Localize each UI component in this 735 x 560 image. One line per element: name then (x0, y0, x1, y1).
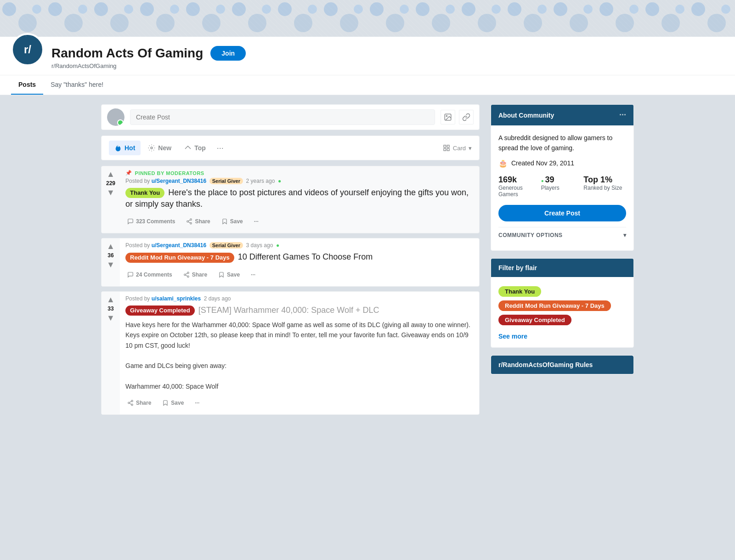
post-body-text-3: Have keys here for the Warhammer 40,000:… (125, 320, 474, 351)
svg-point-1 (446, 115, 447, 116)
comments-action-1[interactable]: 323 Comments (125, 215, 177, 227)
pin-icon: 📌 (125, 170, 132, 176)
about-community-header: About Community ··· (491, 105, 633, 125)
post-author-2[interactable]: u/Sergeant_DN38416 (152, 242, 206, 249)
upvote-2[interactable]: ▲ (107, 242, 115, 250)
save-action-3[interactable]: Save (160, 397, 186, 409)
downvote-2[interactable]: ▼ (107, 260, 115, 269)
post-time-2: 3 days ago (246, 242, 273, 249)
downvote-1[interactable]: ▼ (107, 188, 115, 197)
post-content-1: 📌 PINNED BY MODERATORS Posted by u/Serge… (120, 166, 479, 233)
save-action-2[interactable]: Save (216, 269, 242, 281)
post-actions-3: Share Save ··· (125, 395, 474, 411)
link-icon[interactable] (459, 110, 474, 124)
stats-row: 169k Generous Gamers ● 39 Players Top 1%… (498, 175, 626, 198)
save-action-1[interactable]: Save (220, 215, 245, 227)
post-meta-1: Posted by u/Sergeant_DN38416 Serial Give… (125, 178, 474, 184)
svg-point-19 (131, 404, 133, 406)
post-title-3[interactable]: Giveaway Completed[STEAM] Warhammer 40,0… (125, 305, 474, 316)
svg-point-2 (151, 147, 153, 149)
stat-online-label: Players (541, 185, 584, 191)
sort-new[interactable]: New (142, 141, 177, 155)
left-col: Hot New Top ··· Card ▾ ▲ 229 ▼ (101, 104, 480, 419)
online-count: 39 (545, 175, 554, 184)
stat-members-label: Generous Gamers (498, 185, 541, 198)
svg-point-8 (187, 221, 189, 223)
svg-point-18 (128, 402, 130, 404)
share-action-1[interactable]: Share (184, 215, 212, 227)
svg-line-21 (130, 402, 131, 402)
about-community-body: A subreddit designed to allow gamers to … (491, 125, 633, 250)
online-indicator: ● (541, 178, 545, 183)
see-more-flairs[interactable]: See more (498, 333, 626, 340)
create-post-icons (441, 110, 474, 124)
community-options-toggle[interactable]: COMMUNITY OPTIONS ▾ (498, 227, 626, 243)
main-layout: Hot New Top ··· Card ▾ ▲ 229 ▼ (92, 104, 643, 419)
post-author-3[interactable]: u/salami_sprinkles (152, 295, 201, 302)
upvote-3[interactable]: ▲ (107, 295, 115, 304)
more-action-1[interactable]: ··· (252, 215, 260, 227)
downvote-3[interactable]: ▼ (107, 314, 115, 322)
upvote-1[interactable]: ▲ (107, 170, 115, 178)
vote-col-2: ▲ 36 ▼ (102, 238, 120, 286)
online-dot-2: ● (276, 242, 279, 249)
post-title-text-3: [STEAM] Warhammer 40,000: Space Wolf + D… (198, 305, 379, 315)
post-time-1: 2 years ago (246, 178, 275, 184)
create-post-input[interactable] (130, 109, 435, 125)
share-action-2[interactable]: Share (181, 269, 209, 281)
flair-filter-giveaway[interactable]: Reddit Mod Run Giveaway - 7 Days (498, 300, 611, 311)
save-label-2: Save (227, 272, 240, 278)
community-name: Random Acts Of Gaming (51, 46, 203, 61)
comment-count-2: 24 Comments (136, 272, 172, 278)
post-content-3: Posted by u/salami_sprinkles 2 days ago … (120, 292, 479, 415)
post-author-1[interactable]: u/Sergeant_DN38416 (152, 178, 206, 184)
chevron-down-icon-options: ▾ (623, 232, 627, 238)
post-body-3: Have keys here for the Warhammer 40,000:… (125, 320, 474, 392)
post-flair-1[interactable]: Thank You (125, 188, 164, 198)
save-label-3: Save (171, 400, 184, 406)
post-flair-2[interactable]: Reddit Mod Run Giveaway - 7 Days (125, 253, 234, 263)
post-actions-2: 24 Comments Share Save ··· (125, 267, 474, 283)
author-flair-1: Serial Giver (209, 178, 243, 184)
svg-line-15 (186, 275, 187, 276)
cake-icon: 🎂 (498, 159, 508, 168)
image-icon[interactable] (441, 110, 455, 124)
about-more-icon[interactable]: ··· (619, 110, 626, 120)
post-actions-1: 323 Comments Share Save ··· (125, 214, 474, 229)
filter-by-flair-card: Filter by flair Thank You Reddit Mod Run… (491, 258, 634, 348)
more-icon-3: ··· (195, 400, 199, 406)
comments-action-2[interactable]: 24 Comments (125, 269, 174, 281)
tab-posts[interactable]: Posts (11, 75, 43, 95)
flair-filter-thankyou[interactable]: Thank You (498, 286, 541, 297)
comment-count-1: 323 Comments (136, 218, 175, 225)
rules-header: r/RandomActsOfGaming Rules (491, 356, 633, 374)
sidebar-create-post-button[interactable]: Create Post (498, 205, 626, 221)
post-flair-3[interactable]: Giveaway Completed (125, 305, 195, 316)
join-button[interactable]: Join (210, 46, 246, 61)
sort-hot[interactable]: Hot (109, 141, 141, 155)
post-card-2: ▲ 36 ▼ Posted by u/Sergeant_DN38416 Seri… (101, 238, 480, 286)
stat-rank: Top 1% Ranked by Size (583, 175, 626, 198)
more-action-3[interactable]: ··· (193, 397, 201, 409)
post-card-1: ▲ 229 ▼ 📌 PINNED BY MODERATORS Posted by… (101, 166, 480, 233)
svg-point-14 (187, 276, 189, 277)
more-icon-2: ··· (251, 272, 255, 278)
post-title-1[interactable]: Thank YouHere's the place to post pictur… (125, 187, 474, 210)
share-action-3[interactable]: Share (125, 397, 153, 409)
community-info: Random Acts Of Gaming Join r/RandomActsO… (51, 44, 724, 75)
post-card-3: ▲ 33 ▼ Posted by u/salami_sprinkles 2 da… (101, 291, 480, 415)
tab-say-thanks[interactable]: Say "thanks" here! (43, 75, 111, 95)
flair-filter-completed[interactable]: Giveaway Completed (498, 315, 571, 325)
filter-flair-header: Filter by flair (491, 259, 633, 277)
vote-count-1: 229 (106, 180, 115, 187)
sort-more[interactable]: ··· (213, 141, 227, 155)
sort-top[interactable]: Top (179, 141, 211, 155)
more-action-2[interactable]: ··· (249, 269, 257, 281)
svg-line-11 (188, 220, 190, 221)
post-body-subtitle-3: Game and DLCs being given away: (125, 361, 474, 371)
svg-rect-5 (444, 148, 446, 151)
sort-view[interactable]: Card ▾ (443, 144, 472, 152)
post-meta-3: Posted by u/salami_sprinkles 2 days ago (125, 295, 474, 302)
sort-hot-label: Hot (124, 144, 135, 152)
post-title-2[interactable]: Reddit Mod Run Giveaway - 7 Days10 Diffe… (125, 251, 474, 263)
